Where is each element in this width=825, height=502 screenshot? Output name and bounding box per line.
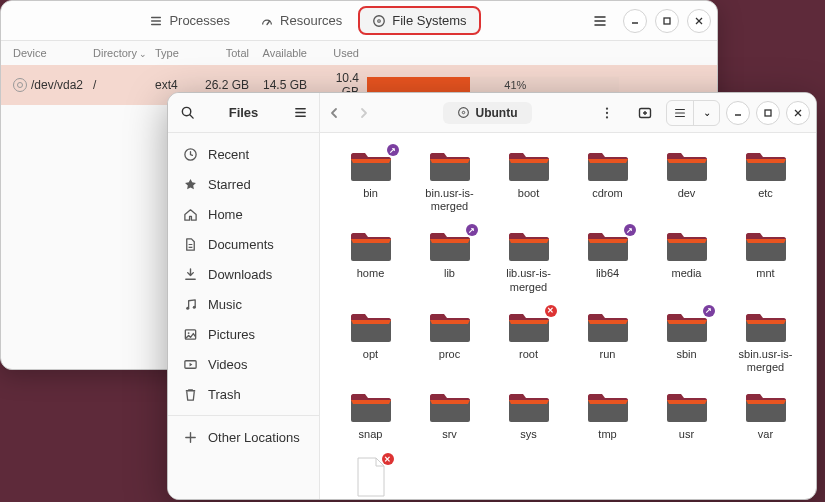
menu-button[interactable] [585, 7, 615, 35]
sidebar-item-downloads[interactable]: Downloads [168, 259, 319, 289]
folder-icon [507, 388, 551, 424]
folder-item[interactable]: ↗sbin [650, 308, 723, 374]
sidebar-item-label: Home [208, 207, 243, 222]
folder-item[interactable]: run [571, 308, 644, 374]
maximize-button[interactable] [756, 101, 780, 125]
svg-rect-30 [765, 110, 771, 116]
folder-label: dev [678, 187, 696, 201]
col-total[interactable]: Total [195, 47, 253, 59]
picture-icon [182, 326, 198, 342]
folder-item[interactable]: ↗lib64 [571, 227, 644, 293]
folder-item[interactable]: ↗bin [334, 147, 407, 213]
folder-label: sbin [676, 348, 696, 362]
svg-point-35 [192, 305, 195, 308]
sidebar-item-label: Recent [208, 147, 249, 162]
close-button[interactable] [786, 101, 810, 125]
folder-item[interactable]: mnt [729, 227, 802, 293]
folder-icon [744, 147, 788, 183]
sidebar-item-home[interactable]: Home [168, 199, 319, 229]
folder-item[interactable]: boot [492, 147, 565, 213]
folder-item[interactable]: ✕root [492, 308, 565, 374]
symlink-badge-icon: ↗ [466, 224, 478, 236]
tab-processes[interactable]: Processes [137, 8, 242, 33]
forward-button[interactable] [358, 107, 382, 119]
disk-icon [372, 14, 386, 28]
sysmon-header: Processes Resources File Systems [1, 1, 717, 41]
folder-item[interactable]: snap [334, 388, 407, 442]
folder-item[interactable]: srv [413, 388, 486, 442]
folder-label: srv [442, 428, 457, 442]
folder-icon [349, 227, 393, 263]
folder-item[interactable]: ↗lib [413, 227, 486, 293]
kebab-button[interactable] [592, 99, 622, 127]
sidebar-item-trash[interactable]: Trash [168, 379, 319, 409]
star-icon [182, 176, 198, 192]
folder-label: lib.usr-is-merged [495, 267, 563, 293]
folder-icon [744, 388, 788, 424]
usage-percent: 41% [504, 79, 526, 91]
sidebar-item-music[interactable]: Music [168, 289, 319, 319]
folder-item[interactable]: dev [650, 147, 723, 213]
folder-icon [665, 388, 709, 424]
sidebar-item-other-locations[interactable]: Other Locations [168, 422, 319, 452]
folder-item[interactable]: usr [650, 388, 723, 442]
col-used[interactable]: Used [311, 47, 363, 59]
folder-icon [428, 388, 472, 424]
cell-available: 14.5 GB [253, 78, 311, 92]
sidebar-menu-button[interactable] [285, 99, 315, 127]
folder-icon: ↗ [349, 147, 393, 183]
svg-point-34 [186, 306, 189, 309]
folder-item[interactable]: proc [413, 308, 486, 374]
sidebar-item-starred[interactable]: Starred [168, 169, 319, 199]
folder-label: root [519, 348, 538, 362]
col-directory[interactable]: Directory⌄ [89, 47, 151, 59]
view-mode-button[interactable]: ⌄ [666, 100, 720, 126]
folder-grid-area[interactable]: ↗binbin.usr-is-mergedbootcdromdevetchome… [320, 133, 816, 499]
folder-item[interactable]: home [334, 227, 407, 293]
symlink-badge-icon: ↗ [703, 305, 715, 317]
col-available[interactable]: Available [253, 47, 311, 59]
sidebar-item-videos[interactable]: Videos [168, 349, 319, 379]
folder-item[interactable]: var [729, 388, 802, 442]
folder-icon [586, 388, 630, 424]
folder-item[interactable]: opt [334, 308, 407, 374]
col-type[interactable]: Type [151, 47, 195, 59]
path-label: Ubuntu [476, 106, 518, 120]
disk-icon [13, 78, 27, 92]
col-device[interactable]: Device [9, 47, 89, 59]
folder-item[interactable]: etc [729, 147, 802, 213]
sidebar-item-pictures[interactable]: Pictures [168, 319, 319, 349]
trash-icon [182, 386, 198, 402]
folder-item[interactable]: bin.usr-is-merged [413, 147, 486, 213]
new-tab-button[interactable] [630, 99, 660, 127]
sidebar-item-recent[interactable]: Recent [168, 139, 319, 169]
back-button[interactable] [328, 107, 352, 119]
folder-item[interactable]: media [650, 227, 723, 293]
tab-filesystems[interactable]: File Systems [360, 8, 478, 33]
folder-icon: ✕ [507, 308, 551, 344]
tab-processes-label: Processes [169, 13, 230, 28]
minimize-button[interactable] [726, 101, 750, 125]
sidebar-item-label: Trash [208, 387, 241, 402]
list-view-icon [667, 101, 693, 125]
path-bar[interactable]: Ubuntu [443, 102, 532, 124]
folder-item[interactable]: tmp [571, 388, 644, 442]
sidebar-item-documents[interactable]: Documents [168, 229, 319, 259]
svg-line-3 [267, 21, 270, 25]
file-item[interactable]: ✕swap.img [334, 456, 407, 499]
folder-icon [665, 147, 709, 183]
close-button[interactable] [687, 9, 711, 33]
search-button[interactable] [172, 99, 202, 127]
files-header-right: ⌄ [630, 99, 816, 127]
folder-item[interactable]: lib.usr-is-merged [492, 227, 565, 293]
folder-item[interactable]: cdrom [571, 147, 644, 213]
folder-label: bin [363, 187, 378, 201]
folder-label: boot [518, 187, 539, 201]
maximize-button[interactable] [655, 9, 679, 33]
folder-item[interactable]: sys [492, 388, 565, 442]
tab-resources-label: Resources [280, 13, 342, 28]
tab-resources[interactable]: Resources [248, 8, 354, 33]
clock-icon [182, 146, 198, 162]
minimize-button[interactable] [623, 9, 647, 33]
folder-item[interactable]: sbin.usr-is-merged [729, 308, 802, 374]
